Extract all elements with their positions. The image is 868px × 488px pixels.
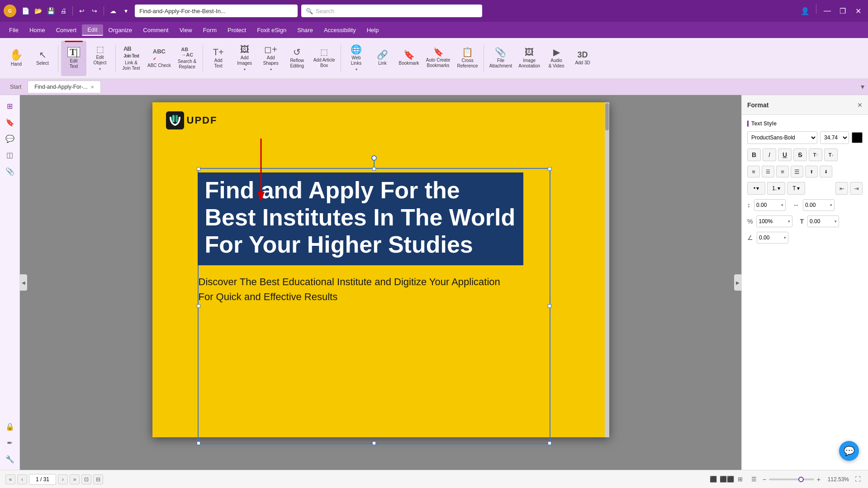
handle-bl[interactable]	[197, 441, 200, 445]
zoom-in-btn[interactable]: +	[817, 476, 821, 483]
align-right-btn[interactable]: ≡	[776, 166, 789, 177]
cross-reference-btn[interactable]: 📋 CrossReference	[455, 41, 481, 76]
strikethrough-btn[interactable]: S	[793, 148, 807, 161]
handle-br[interactable]	[548, 441, 551, 445]
new-file-btn[interactable]: 📄	[20, 5, 31, 16]
handle-tr[interactable]	[548, 167, 551, 171]
vertical-scrollbar[interactable]	[605, 102, 609, 437]
link-join-btn[interactable]: ABJoin Text Link &Join Text	[119, 41, 144, 76]
open-file-btn[interactable]: 📂	[33, 5, 43, 16]
tab-overflow-btn[interactable]: ▾	[861, 82, 864, 91]
audio-video-btn[interactable]: ▶ Audio& Video	[544, 41, 569, 76]
sidebar-pages-btn[interactable]: ⊞	[3, 99, 17, 113]
format-panel-close-btn[interactable]: ✕	[857, 101, 863, 109]
bold-btn[interactable]: B	[747, 148, 761, 161]
indent-increase-btn[interactable]: ⇥	[850, 182, 863, 195]
text-list-btn[interactable]: T ▾	[787, 182, 805, 195]
line-spacing-input[interactable]: 0.00 ▾	[754, 199, 786, 211]
offset-input[interactable]: 0.00 ▾	[807, 215, 839, 227]
main-headline[interactable]: Find and Apply For the Best Institutes I…	[198, 172, 523, 265]
page-input[interactable]	[29, 474, 56, 485]
scale-input[interactable]: 100% ▾	[756, 215, 792, 227]
handle-ml[interactable]	[197, 304, 200, 308]
align-center-btn[interactable]: ☰	[762, 166, 774, 177]
superscript-btn[interactable]: T↑	[809, 148, 822, 161]
handle-bc[interactable]	[372, 441, 376, 445]
align-left-btn[interactable]: ≡	[747, 166, 760, 177]
menu-form[interactable]: Form	[198, 25, 222, 35]
add-text-btn[interactable]: T+ AddText	[206, 41, 231, 76]
search-replace-btn[interactable]: AB→AC Search &Replace	[175, 41, 200, 76]
menu-help[interactable]: Help	[361, 25, 384, 35]
edit-object-btn[interactable]: ⬚ EditObject ▾	[87, 41, 113, 76]
cloud-dropdown[interactable]: ▾	[120, 5, 131, 16]
print-btn[interactable]: 🖨	[58, 5, 69, 16]
font-size-select[interactable]: 34.74	[820, 131, 849, 144]
edit-text-btn[interactable]: T| EditText	[61, 41, 86, 76]
minimize-btn[interactable]: —	[821, 5, 834, 17]
tab-close-btn[interactable]: ✕	[90, 85, 94, 90]
nav-prev-btn[interactable]: ‹	[17, 474, 27, 484]
save-btn[interactable]: 💾	[45, 5, 56, 16]
add-3d-btn[interactable]: 3D Add 3D	[570, 41, 595, 76]
collapse-left-btn[interactable]: ◀	[20, 274, 27, 291]
nav-next-btn[interactable]: ›	[58, 474, 68, 484]
italic-btn[interactable]: I	[763, 148, 776, 161]
font-name-select[interactable]: ProductSans-Bold	[747, 131, 817, 144]
rotate-handle[interactable]	[371, 155, 377, 161]
menu-organize[interactable]: Organize	[103, 25, 138, 35]
handle-tc[interactable]	[372, 167, 376, 171]
align-bottom-btn[interactable]: ⬇	[820, 166, 832, 177]
nav-fit-btn[interactable]: ⊡	[81, 474, 91, 484]
cloud-btn[interactable]: ☁	[108, 5, 119, 16]
sub-text[interactable]: Discover The Best Educational Institute …	[198, 265, 514, 304]
view-scroll-btn[interactable]: ☰	[749, 474, 759, 484]
add-images-btn[interactable]: 🖼 AddImages ▾	[232, 41, 257, 76]
sidebar-layers-btn[interactable]: ◫	[3, 148, 17, 162]
menu-convert[interactable]: Convert	[51, 25, 82, 35]
maximize-btn[interactable]: ❐	[836, 5, 849, 17]
check-spelling-btn[interactable]: ABC✓ ABC Check	[145, 41, 174, 76]
tab-start[interactable]: Start	[4, 81, 28, 93]
align-justify-btn[interactable]: ☰	[791, 166, 803, 177]
menu-view[interactable]: View	[174, 25, 198, 35]
select-tool-btn[interactable]: ↖ Select	[30, 41, 55, 76]
subscript-btn[interactable]: T↓	[824, 148, 838, 161]
collapse-right-btn[interactable]: ▶	[734, 274, 741, 291]
skew-input[interactable]: 0.00 ▾	[757, 232, 788, 244]
bullet-list-btn[interactable]: • ▾	[747, 182, 765, 195]
nav-last-btn[interactable]: »	[70, 474, 80, 484]
hand-tool-btn[interactable]: ✋ Hand	[4, 41, 29, 76]
sidebar-attachment-btn[interactable]: 📎	[3, 164, 17, 178]
nav-split-btn[interactable]: ⊟	[93, 474, 103, 484]
redo-btn[interactable]: ↪	[89, 5, 100, 16]
sidebar-security-btn[interactable]: 🔒	[3, 419, 17, 434]
menu-edit[interactable]: Edit	[82, 24, 103, 36]
chat-support-btn[interactable]: 💬	[839, 441, 859, 461]
view-single-btn[interactable]: ⬛	[708, 474, 718, 484]
file-attachment-btn[interactable]: 📎 FileAttachment	[487, 41, 515, 76]
numbered-list-btn[interactable]: 1. ▾	[767, 182, 785, 195]
zoom-slider[interactable]	[769, 478, 814, 480]
menu-home[interactable]: Home	[24, 25, 51, 35]
fullscreen-btn[interactable]: ⛶	[853, 474, 863, 484]
image-annotation-btn[interactable]: 🖼 ImageAnnotation	[516, 41, 543, 76]
sidebar-comment-btn[interactable]: 💬	[3, 131, 17, 146]
undo-btn[interactable]: ↩	[76, 5, 87, 16]
zoom-out-btn[interactable]: −	[763, 476, 766, 483]
auto-create-bookmarks-btn[interactable]: 🔖 Auto CreateBookmarks	[423, 41, 454, 76]
add-shapes-btn[interactable]: ◻+ AddShapes ▾	[258, 41, 284, 76]
menu-foxit-esign[interactable]: Foxit eSign	[251, 25, 292, 35]
menu-comment[interactable]: Comment	[138, 25, 174, 35]
sidebar-signature-btn[interactable]: ✒	[3, 435, 17, 450]
handle-tl[interactable]	[197, 167, 200, 171]
view-double-btn[interactable]: ⬛⬛	[722, 474, 732, 484]
bookmark-btn[interactable]: 🔖 Bookmark	[396, 41, 422, 76]
nav-first-btn[interactable]: «	[5, 474, 15, 484]
handle-mr[interactable]	[548, 304, 551, 308]
zoom-thumb[interactable]	[798, 477, 804, 482]
web-links-btn[interactable]: 🌐 WebLinks ▾	[344, 41, 369, 76]
sidebar-bookmark-btn[interactable]: 🔖	[3, 115, 17, 129]
underline-btn[interactable]: U	[778, 148, 792, 161]
indent-decrease-btn[interactable]: ⇤	[835, 182, 848, 195]
